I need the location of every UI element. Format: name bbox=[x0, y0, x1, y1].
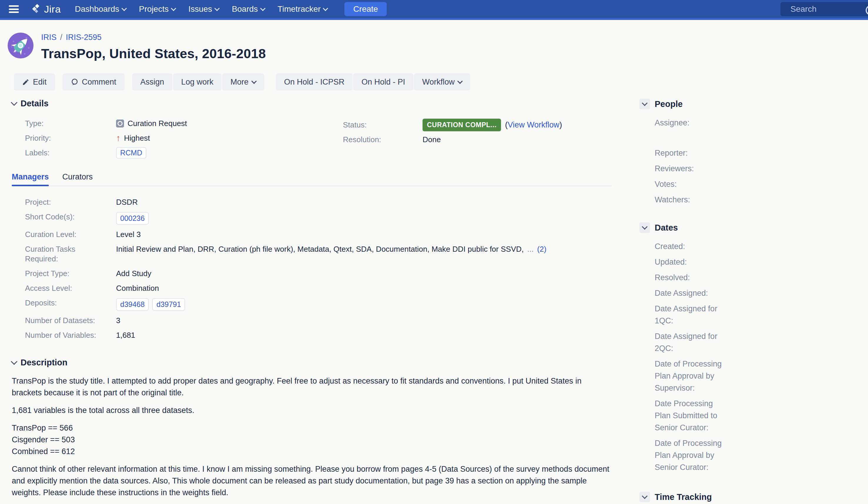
top-navbar: Jira Dashboards Projects Issues Boards T… bbox=[0, 0, 868, 18]
navbar-accent-strip bbox=[0, 18, 868, 20]
project-type-value: Add Study bbox=[116, 269, 151, 279]
more-button-label: More bbox=[230, 77, 249, 87]
breadcrumb-issue-link[interactable]: IRIS-2595 bbox=[66, 33, 102, 42]
description-heading: Description bbox=[21, 358, 68, 367]
sidebar: People Assignee: Reporter: Reviewers: Vo… bbox=[639, 99, 857, 502]
resolution-value: Done bbox=[423, 135, 441, 144]
date-label: Date of Processing Plan Approval by Seni… bbox=[655, 437, 727, 473]
navbar-menu: Dashboards Projects Issues Boards Timetr… bbox=[69, 0, 334, 18]
time-tracking-heading: Time Tracking bbox=[655, 492, 712, 502]
tab-managers[interactable]: Managers bbox=[12, 172, 49, 181]
collapse-chevron-icon[interactable] bbox=[11, 99, 18, 106]
collapse-chevron-icon[interactable] bbox=[639, 492, 650, 502]
search-icon[interactable] bbox=[866, 5, 868, 15]
priority-label: Priority: bbox=[25, 134, 116, 143]
curation-level-value: Level 3 bbox=[116, 230, 141, 239]
date-label: Date Assigned for 2QC: bbox=[655, 330, 727, 355]
paren-close: ) bbox=[559, 120, 562, 129]
label-chip-rcmd[interactable]: RCMD bbox=[116, 147, 146, 159]
description-paragraph: Cannot think of other relevant informati… bbox=[12, 463, 611, 498]
assign-button[interactable]: Assign bbox=[132, 73, 173, 91]
details-heading: Details bbox=[21, 99, 49, 108]
view-workflow-link[interactable]: View Workflow bbox=[508, 120, 559, 129]
status-label: Status: bbox=[343, 120, 423, 129]
edit-button[interactable]: Edit bbox=[14, 73, 55, 91]
type-value: Curation Request bbox=[127, 119, 187, 128]
comment-button[interactable]: Comment bbox=[63, 73, 125, 91]
date-label: Created: bbox=[655, 241, 727, 253]
deposit-chip[interactable]: d39468 bbox=[116, 298, 149, 311]
hamburger-menu-icon[interactable] bbox=[9, 5, 19, 13]
date-label: Date of Processing Plan Approval by Supe… bbox=[655, 358, 727, 394]
search-input[interactable] bbox=[781, 4, 853, 14]
comment-button-label: Comment bbox=[82, 77, 116, 87]
num-datasets-label: Number of Datasets: bbox=[25, 316, 116, 325]
create-button[interactable]: Create bbox=[344, 2, 387, 16]
votes-label: Votes: bbox=[655, 178, 727, 190]
project-avatar-rocket[interactable] bbox=[8, 33, 33, 59]
page-title: TransPop, United States, 2016-2018 bbox=[41, 46, 266, 61]
description-paragraph: 1,681 variables is the total across all … bbox=[12, 405, 611, 416]
short-codes-label: Short Code(s): bbox=[25, 212, 116, 222]
jira-issue-page: Jira Dashboards Projects Issues Boards T… bbox=[0, 0, 868, 504]
dates-heading: Dates bbox=[655, 223, 678, 233]
chevron-down-icon bbox=[171, 6, 176, 11]
short-code-chip[interactable]: 000236 bbox=[116, 212, 149, 225]
nav-item-projects[interactable]: Projects bbox=[133, 0, 182, 18]
tab-curators[interactable]: Curators bbox=[62, 172, 93, 181]
pencil-icon bbox=[22, 78, 29, 86]
view-workflow-wrap: (View Workflow) bbox=[505, 120, 562, 129]
nav-item-label: Dashboards bbox=[75, 4, 119, 14]
collapse-chevron-icon[interactable] bbox=[639, 222, 650, 233]
breadcrumb-project-link[interactable]: IRIS bbox=[41, 33, 57, 42]
chevron-down-icon bbox=[214, 6, 219, 11]
curation-tasks-label-line2: Required: bbox=[25, 254, 58, 263]
nav-item-boards[interactable]: Boards bbox=[225, 0, 271, 18]
nav-item-dashboards[interactable]: Dashboards bbox=[69, 0, 133, 18]
comment-bubble-icon bbox=[71, 78, 79, 86]
description-line: TransPop == 566 bbox=[12, 422, 611, 434]
issue-header: IRIS / IRIS-2595 TransPop, United States… bbox=[41, 33, 266, 61]
watchers-label: Watchers: bbox=[655, 194, 727, 206]
workflow-button[interactable]: Workflow bbox=[414, 73, 471, 91]
access-level-label: Access Level: bbox=[25, 283, 116, 293]
deposits-row: Deposits: d39468 d39791 bbox=[12, 298, 613, 311]
labels-row: Labels: RCMD bbox=[12, 145, 613, 160]
priority-value: Highest bbox=[124, 134, 150, 143]
project-label: Project: bbox=[25, 197, 116, 207]
type-label: Type: bbox=[25, 119, 116, 128]
collapse-chevron-icon[interactable] bbox=[11, 358, 18, 365]
curation-request-icon bbox=[116, 119, 124, 127]
log-work-button[interactable]: Log work bbox=[173, 73, 222, 91]
jira-logo-text: Jira bbox=[44, 3, 61, 15]
more-button[interactable]: More bbox=[222, 73, 264, 91]
deposit-chip[interactable]: d39791 bbox=[152, 298, 185, 311]
num-variables-row: Number of Variables: 1,681 bbox=[12, 330, 613, 340]
curation-tasks-label: Curation Tasks Required: bbox=[25, 244, 116, 264]
collapse-chevron-icon[interactable] bbox=[639, 99, 650, 109]
on-hold-pi-button[interactable]: On Hold - PI bbox=[353, 73, 413, 91]
field-tabs: Managers Curators bbox=[12, 172, 612, 186]
jira-logo[interactable]: Jira bbox=[30, 3, 61, 15]
issue-toolbar: Edit Comment Assign Log work More On Hol… bbox=[14, 73, 470, 91]
time-tracking-section: Time Tracking bbox=[639, 492, 857, 502]
num-variables-label: Number of Variables: bbox=[25, 330, 116, 340]
num-datasets-value: 3 bbox=[116, 316, 120, 325]
on-hold-icpsr-button[interactable]: On Hold - ICPSR bbox=[276, 73, 353, 91]
nav-item-timetracker[interactable]: Timetracker bbox=[271, 0, 334, 18]
curation-tasks-row: Curation Tasks Required: Initial Review … bbox=[12, 244, 613, 264]
num-variables-value: 1,681 bbox=[116, 330, 135, 340]
nav-item-label: Projects bbox=[139, 4, 169, 14]
project-type-label: Project Type: bbox=[25, 269, 116, 279]
curation-level-label: Curation Level: bbox=[25, 230, 116, 239]
curation-tasks-more-link[interactable]: (2) bbox=[537, 244, 547, 254]
short-codes-row: Short Code(s): 000236 bbox=[12, 212, 613, 225]
project-value: DSDR bbox=[116, 197, 138, 207]
date-label: Resolved: bbox=[655, 272, 727, 284]
dates-section: Dates Created: Updated: Resolved: Date A… bbox=[639, 222, 857, 473]
deposits-label: Deposits: bbox=[25, 298, 116, 308]
jira-logo-icon bbox=[30, 3, 42, 15]
people-section: People Assignee: Reporter: Reviewers: Vo… bbox=[639, 99, 857, 206]
curation-tasks-ellipsis: ... bbox=[527, 244, 534, 254]
nav-item-issues[interactable]: Issues bbox=[182, 0, 225, 18]
